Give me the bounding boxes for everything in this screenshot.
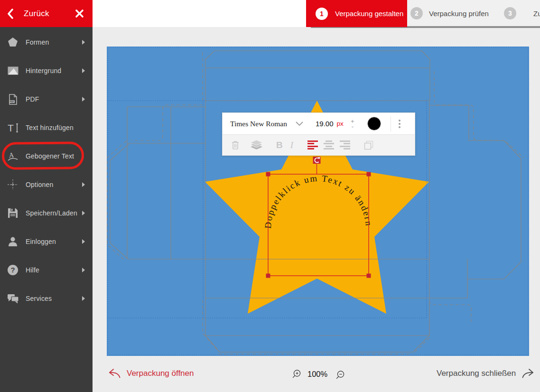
sidebar-item-services[interactable]: Services (0, 288, 93, 309)
font-size-input[interactable]: 19.00 (316, 120, 334, 128)
zoom-level-value: 100% (307, 370, 327, 379)
top-white-strip (93, 0, 306, 27)
sidebar-item-label: Hintergrund (26, 67, 82, 75)
chevron-right-icon (82, 182, 85, 187)
chevron-right-icon (82, 239, 85, 244)
curved-text-icon-letter: A (8, 151, 15, 159)
open-packaging-label: Verpackung öffnen (127, 369, 194, 378)
help-icon-glyph: ? (10, 266, 15, 274)
sidebar-item-gebogener-text[interactable]: A Gebogener Text (0, 146, 93, 167)
text-color-swatch[interactable] (367, 117, 381, 131)
pentagon-icon (0, 37, 26, 47)
chevron-right-icon (82, 211, 85, 215)
back-button[interactable]: Zurück (0, 0, 93, 27)
add-text-icon: T (0, 122, 26, 133)
sidebar-item-label: Text hinzufügen (26, 124, 93, 131)
step-number-badge: 3 (504, 7, 516, 19)
pdf-icon-text: PDF (9, 100, 14, 103)
chevron-right-icon (82, 68, 85, 73)
step-number-badge: 1 (316, 8, 328, 20)
align-center-button[interactable] (324, 140, 334, 150)
sidebar-item-label: PDF (26, 95, 82, 103)
chat-bubbles-icon (0, 294, 26, 304)
sidebar-item-label: Formen (26, 38, 82, 46)
user-icon (0, 236, 26, 247)
sidebar-item-label: Services (26, 295, 82, 302)
close-packaging-button[interactable]: Verpackung schließen (437, 368, 534, 379)
font-size-unit: px (337, 120, 344, 127)
zoom-in-button[interactable] (291, 369, 301, 381)
align-left-button[interactable] (307, 140, 318, 150)
sidebar-item-optionen[interactable]: Optionen (0, 174, 93, 195)
sidebar-item-pdf[interactable]: PDF PDF (0, 89, 93, 110)
close-icon[interactable] (75, 9, 84, 18)
resize-handle-ne[interactable] (367, 172, 371, 177)
sidebar-item-speichern-laden[interactable]: Speichern/Laden (0, 203, 93, 224)
chevron-down-icon[interactable] (296, 121, 303, 126)
resize-handle-nw[interactable] (266, 172, 270, 177)
layers-button[interactable] (250, 140, 263, 150)
sidebar-item-hilfe[interactable]: ? Hilfe (0, 260, 93, 280)
floppy-disk-icon (0, 208, 26, 218)
chevron-right-icon (82, 296, 85, 301)
text-toolbar: Times New Roman 19.00 px + - B I (222, 112, 415, 156)
close-arrow-icon (521, 368, 534, 379)
sidebar-item-label: Optionen (26, 181, 82, 188)
open-arrow-icon (108, 368, 121, 379)
design-canvas[interactable]: Doppelklick um Text zu ändern (107, 47, 529, 356)
italic-button[interactable]: I (290, 140, 293, 150)
image-icon (0, 66, 26, 75)
sidebar-item-label: Hilfe (26, 266, 82, 274)
sidebar-item-label: Speichern/Laden (26, 209, 82, 217)
add-text-icon-letter: T (8, 122, 14, 133)
delete-button[interactable] (231, 140, 240, 150)
zoom-out-button[interactable] (335, 370, 345, 382)
chevron-right-icon (82, 268, 85, 272)
chevron-left-icon (7, 9, 13, 19)
tab-label: Verpackung gestalten (335, 9, 403, 18)
sidebar-item-hintergrund[interactable]: Hintergrund (0, 60, 93, 81)
close-packaging-label: Verpackung schließen (437, 369, 516, 378)
resize-handle-sw[interactable] (266, 274, 270, 278)
font-size-decrease-button[interactable]: - (349, 124, 356, 129)
help-icon: ? (0, 264, 26, 276)
chevron-right-icon (82, 40, 85, 45)
chevron-right-icon (82, 97, 85, 102)
tab-step-3[interactable]: Zu (533, 9, 540, 18)
curved-text-icon: A (0, 150, 26, 162)
sidebar-item-formen[interactable]: Formen (0, 32, 93, 53)
sidebar: Zurück Formen Hintergrund PDF PDF (0, 0, 93, 392)
frame-button[interactable] (363, 140, 374, 150)
tab-verpackung-gestalten[interactable]: 1 Verpackung gestalten (306, 0, 407, 27)
font-family-select[interactable]: Times New Roman (230, 120, 288, 128)
resize-handle-se[interactable] (367, 274, 371, 278)
pdf-file-icon: PDF (0, 94, 26, 105)
step-number-badge: 2 (410, 7, 423, 19)
sidebar-item-einloggen[interactable]: Einloggen (0, 231, 93, 252)
sidebar-item-text-hinzufuegen[interactable]: T Text hinzufügen (0, 117, 93, 138)
open-packaging-button[interactable]: Verpackung öffnen (108, 368, 194, 379)
back-label: Zurück (24, 9, 49, 19)
crosshair-icon (0, 179, 26, 190)
tab-verpackung-pruefen[interactable]: Verpackung prüfen (429, 9, 489, 18)
sidebar-item-label: Gebogener Text (26, 152, 93, 160)
bold-button[interactable]: B (276, 140, 283, 150)
more-options-button[interactable] (391, 120, 408, 128)
steps-inactive-strip: 2 Verpackung prüfen 3 Zu (407, 0, 540, 26)
align-right-button[interactable] (340, 140, 350, 150)
sidebar-item-label: Einloggen (26, 238, 82, 245)
